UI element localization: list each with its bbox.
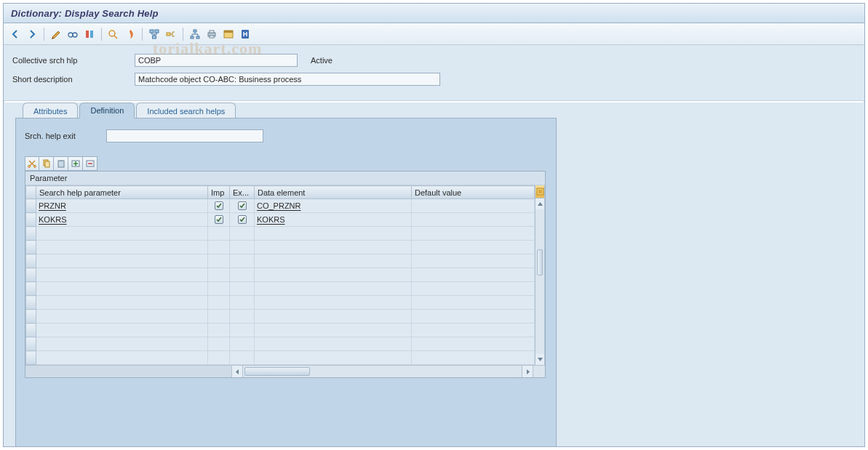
paste-button[interactable] <box>54 156 68 171</box>
srch-help-exit-input[interactable] <box>106 129 263 142</box>
cell-exp[interactable] <box>230 241 255 254</box>
row-selector[interactable] <box>26 351 36 365</box>
cell-param[interactable]: KOKRS <box>36 213 208 227</box>
scroll-up-button[interactable] <box>535 198 544 209</box>
cell-default[interactable] <box>412 241 535 254</box>
scroll-left-button[interactable] <box>232 366 243 377</box>
cell-imp[interactable] <box>208 324 230 337</box>
cell-exp[interactable] <box>230 213 255 227</box>
cell-default[interactable] <box>412 351 535 365</box>
cell-imp[interactable] <box>208 199 230 213</box>
cell-param[interactable] <box>36 241 208 254</box>
col-exp[interactable]: Ex... <box>230 186 255 199</box>
table-vertical-scrollbar[interactable] <box>535 185 545 365</box>
cell-default[interactable] <box>412 268 535 282</box>
cell-exp[interactable] <box>230 199 255 213</box>
cut-button[interactable] <box>25 156 39 171</box>
flame-icon[interactable] <box>122 26 138 42</box>
row-selector[interactable] <box>26 254 36 268</box>
cell-param[interactable] <box>36 268 208 282</box>
cell-imp[interactable] <box>208 351 230 365</box>
row-selector[interactable] <box>26 296 36 310</box>
cell-param[interactable] <box>36 324 208 337</box>
cell-exp[interactable] <box>230 282 255 296</box>
cell-imp[interactable] <box>208 227 230 241</box>
cell-param[interactable] <box>36 296 208 310</box>
vertical-scroll-thumb[interactable] <box>537 249 543 276</box>
cell-data-element[interactable] <box>255 351 412 365</box>
cell-data-element[interactable] <box>255 227 412 241</box>
cell-param[interactable] <box>36 227 208 241</box>
cell-data-element[interactable] <box>255 310 412 324</box>
col-default-value[interactable]: Default value <box>412 186 535 199</box>
short-description-input[interactable] <box>135 73 440 86</box>
row-selector[interactable] <box>26 227 36 241</box>
print-button[interactable] <box>204 26 220 42</box>
copy-button[interactable] <box>39 156 54 171</box>
col-imp[interactable]: Imp <box>208 186 230 199</box>
cell-imp[interactable] <box>208 254 230 268</box>
cell-default[interactable] <box>412 310 535 324</box>
collective-srch-hlp-input[interactable] <box>135 54 298 67</box>
window-button[interactable] <box>220 26 236 42</box>
table-horizontal-scrollbar[interactable] <box>25 365 545 377</box>
info-button[interactable]: H <box>237 26 253 42</box>
row-selector[interactable] <box>26 324 36 337</box>
check-button[interactable] <box>105 26 122 42</box>
cell-param[interactable] <box>36 351 208 365</box>
row-selector[interactable] <box>26 268 36 282</box>
select-all-corner[interactable] <box>26 186 36 199</box>
cell-data-element[interactable] <box>255 324 412 337</box>
cell-exp[interactable] <box>230 254 255 268</box>
cell-default[interactable] <box>412 296 535 310</box>
cell-default[interactable] <box>412 254 535 268</box>
scroll-down-button[interactable] <box>535 354 544 365</box>
row-selector[interactable] <box>26 213 36 227</box>
cell-imp[interactable] <box>208 241 230 254</box>
cell-imp[interactable] <box>208 337 230 351</box>
tab-definition[interactable]: Definition <box>79 103 135 118</box>
table-config-button[interactable] <box>535 185 544 198</box>
cell-data-element[interactable] <box>255 296 412 310</box>
cell-data-element[interactable]: CO_PRZNR <box>255 199 412 213</box>
row-selector[interactable] <box>26 282 36 296</box>
cell-param[interactable] <box>36 254 208 268</box>
cell-imp[interactable] <box>208 268 230 282</box>
col-search-help-parameter[interactable]: Search help parameter <box>36 186 208 199</box>
cell-exp[interactable] <box>230 296 255 310</box>
cell-param[interactable] <box>36 337 208 351</box>
tab-included-search-helps[interactable]: Included search helps <box>136 103 236 118</box>
row-selector[interactable] <box>26 199 36 213</box>
cell-param[interactable]: PRZNR <box>36 199 208 213</box>
where-used-button[interactable] <box>146 26 162 42</box>
cell-imp[interactable] <box>208 213 230 227</box>
cell-exp[interactable] <box>230 351 255 365</box>
cell-data-element[interactable]: KOKRS <box>255 213 412 227</box>
horizontal-scroll-thumb[interactable] <box>244 367 310 376</box>
glasses-icon[interactable] <box>65 26 81 42</box>
cell-default[interactable] <box>412 227 535 241</box>
cell-exp[interactable] <box>230 227 255 241</box>
cell-default[interactable] <box>412 282 535 296</box>
tab-attributes[interactable]: Attributes <box>23 103 78 118</box>
cell-data-element[interactable] <box>255 254 412 268</box>
cell-exp[interactable] <box>230 310 255 324</box>
cell-imp[interactable] <box>208 282 230 296</box>
hierarchy-button[interactable] <box>163 26 179 42</box>
hierarchy2-button[interactable] <box>187 26 203 42</box>
cell-default[interactable] <box>412 213 535 227</box>
back-button[interactable] <box>7 26 23 42</box>
cell-data-element[interactable] <box>255 268 412 282</box>
row-selector[interactable] <box>26 337 36 351</box>
cell-param[interactable] <box>36 310 208 324</box>
insert-row-button[interactable] <box>68 156 83 171</box>
scroll-right-button[interactable] <box>522 366 533 377</box>
cell-param[interactable] <box>36 282 208 296</box>
delete-row-button[interactable] <box>83 156 97 171</box>
cell-default[interactable] <box>412 324 535 337</box>
cell-exp[interactable] <box>230 337 255 351</box>
row-selector[interactable] <box>26 310 36 324</box>
cell-exp[interactable] <box>230 324 255 337</box>
forward-button[interactable] <box>24 26 40 42</box>
cell-data-element[interactable] <box>255 241 412 254</box>
